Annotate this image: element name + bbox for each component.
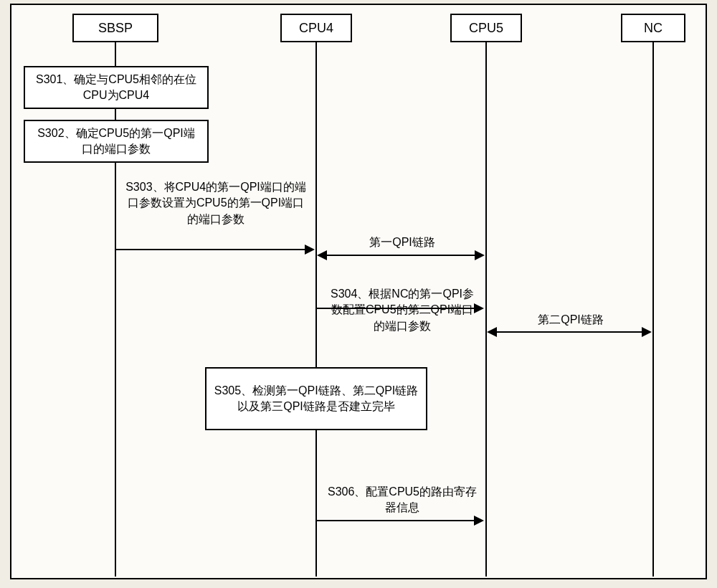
arrow-s306 — [317, 520, 475, 521]
arrow-qpi2 — [496, 331, 643, 333]
message-s306: S306、配置CPU5的路由寄存器信息 — [327, 484, 478, 516]
arrow-head-icon — [474, 516, 484, 526]
arrow-head-icon — [317, 250, 327, 260]
message-text-content: S304、根据NC的第一QPI参数配置CPU5的第二QPI端口的端口参数 — [331, 288, 474, 332]
participant-label: SBSP — [98, 21, 133, 36]
arrow-head-icon — [475, 250, 485, 260]
step-s302: S302、确定CPU5的第一QPI端口的端口参数 — [24, 120, 209, 163]
arrow-head-icon — [305, 245, 315, 255]
participant-label: CPU5 — [469, 21, 503, 36]
message-text-content: 第一QPI链路 — [369, 236, 435, 248]
message-text-content: S303、将CPU4的第一QPI端口的端口参数设置为CPU5的第一QPI端口的端… — [125, 181, 306, 225]
arrow-s303 — [115, 249, 306, 250]
lifeline-cpu5 — [485, 42, 487, 577]
message-text-content: S306、配置CPU5的路由寄存器信息 — [328, 485, 477, 513]
arrow-head-icon — [474, 303, 484, 313]
arrow-head-icon — [642, 327, 652, 337]
participant-label: NC — [644, 21, 663, 36]
arrow-qpi1 — [326, 255, 476, 256]
participant-label: CPU4 — [299, 21, 333, 36]
participant-cpu4: CPU4 — [280, 14, 352, 42]
lifeline-cpu4 — [315, 42, 317, 577]
step-text: S305、检测第一QPI链路、第二QPI链路以及第三QPI链路是否建立完毕 — [214, 383, 419, 415]
arrow-head-icon — [487, 327, 497, 337]
arrow-s304 — [317, 308, 475, 309]
step-text: S301、确定与CPU5相邻的在位CPU为CPU4 — [32, 72, 200, 104]
message-s303: S303、将CPU4的第一QPI端口的端口参数设置为CPU5的第一QPI端口的端… — [123, 179, 309, 227]
message-s304: S304、根据NC的第一QPI参数配置CPU5的第二QPI端口的端口参数 — [327, 286, 478, 334]
lifeline-nc — [652, 42, 654, 577]
diagram-frame: SBSP CPU4 CPU5 NC S301、确定与CPU5相邻的在位CPU为C… — [10, 4, 707, 579]
step-s305: S305、检测第一QPI链路、第二QPI链路以及第三QPI链路是否建立完毕 — [205, 367, 427, 430]
message-qpi1: 第一QPI链路 — [327, 234, 478, 250]
message-text-content: 第二QPI链路 — [538, 313, 604, 326]
participant-nc: NC — [621, 14, 685, 42]
participant-sbsp: SBSP — [72, 14, 158, 42]
participant-cpu5: CPU5 — [450, 14, 522, 42]
step-s301: S301、确定与CPU5相邻的在位CPU为CPU4 — [24, 66, 209, 109]
message-qpi2: 第二QPI链路 — [495, 312, 646, 328]
step-text: S302、确定CPU5的第一QPI端口的端口参数 — [32, 125, 200, 158]
